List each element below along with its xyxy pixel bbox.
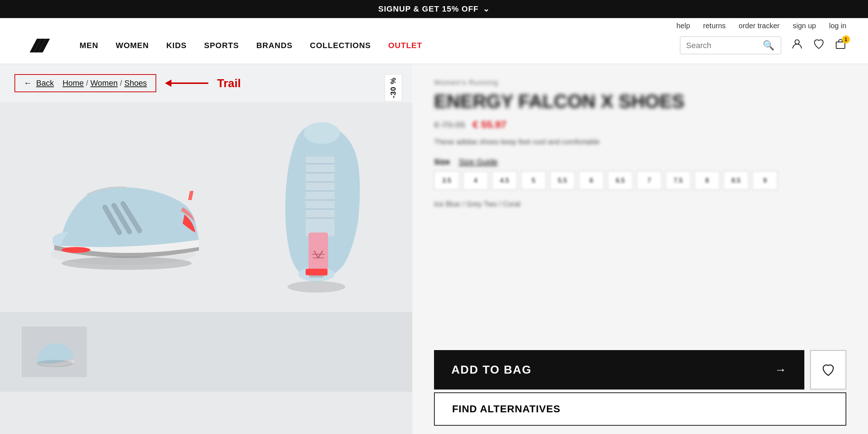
svg-rect-13 [306, 157, 335, 236]
add-to-bag-arrow-icon: → [775, 363, 787, 376]
back-arrow-icon: ← [24, 78, 32, 88]
shoe-top-image: adifoam comfort [246, 120, 383, 287]
top-banner: SIGNUP & GET 15% OFF ⌄ [0, 0, 868, 18]
order-tracker-link[interactable]: order tracker [739, 22, 779, 30]
banner-text: SIGNUP & GET 15% OFF [378, 4, 479, 14]
nav-outlet[interactable]: OUTLET [388, 41, 422, 50]
page-body: ← Back Home / Women / Shoes Trail [0, 64, 868, 434]
color-label: Ice Blue / Grey Two / Coral [434, 200, 846, 208]
size-btn-9[interactable]: 9 [752, 171, 778, 190]
wishlist-button[interactable] [810, 350, 846, 390]
add-to-bag-row: ADD TO BAG → [434, 350, 846, 390]
svg-marker-7 [165, 80, 171, 87]
search-input[interactable] [686, 41, 758, 50]
size-grid: 3.5 4 4.5 5 5.5 6 6.5 7 7.5 8 8.5 9 [434, 171, 846, 190]
header-actions: 🔍 1 [680, 37, 846, 54]
product-description: These adidas shoes keep feet cool and co… [434, 136, 846, 147]
shoe-thumbnail[interactable] [22, 327, 87, 377]
nav-brands[interactable]: BRANDS [256, 41, 293, 50]
returns-link[interactable]: returns [703, 22, 726, 30]
banner-chevron: ⌄ [483, 4, 490, 14]
wishlist-icon-button[interactable] [813, 38, 825, 53]
utility-nav: help returns order tracker sign up log i… [0, 18, 868, 34]
breadcrumb-women[interactable]: Women [90, 78, 118, 88]
shoes-display: adifoam comfort [0, 102, 412, 312]
cart-badge: 1 [842, 35, 850, 43]
size-btn-5[interactable]: 5 [521, 171, 546, 190]
discount-badge: -30 % [384, 74, 402, 101]
svg-point-27 [288, 281, 345, 293]
main-navigation: MEN WOMEN KIDS SPORTS BRANDS COLLECTIONS… [80, 41, 680, 50]
sale-price: € 55.97 [473, 119, 506, 131]
nav-women[interactable]: WOMEN [116, 41, 149, 50]
original-price: € 79.95 [434, 119, 465, 131]
breadcrumb-box: ← Back Home / Women / Shoes [14, 74, 156, 92]
shoe-side-image [29, 120, 217, 287]
main-header: MEN WOMEN KIDS SPORTS BRANDS COLLECTIONS… [0, 34, 868, 64]
size-btn-8-5[interactable]: 8.5 [723, 171, 749, 190]
nav-men[interactable]: MEN [80, 41, 98, 50]
trail-label: Trail [217, 77, 241, 90]
breadcrumb-shoes[interactable]: Shoes [124, 78, 147, 88]
price-row: € 79.95 € 55.97 [434, 119, 846, 131]
svg-point-12 [304, 122, 340, 144]
add-to-bag-label: ADD TO BAG [451, 363, 532, 376]
size-btn-8[interactable]: 8 [694, 171, 720, 190]
account-icon-button[interactable] [791, 38, 803, 53]
product-panel: Women's Running ENERGY FALCON X SHOES € … [412, 64, 868, 434]
breadcrumb-back-link[interactable]: Back [36, 78, 54, 88]
adidas-logo[interactable] [22, 34, 51, 57]
trail-arrow-icon [165, 76, 208, 90]
size-btn-6-5[interactable]: 6.5 [608, 171, 633, 190]
size-btn-3-5[interactable]: 3.5 [434, 171, 459, 190]
size-btn-7-5[interactable]: 7.5 [665, 171, 691, 190]
product-subtitle: Women's Running [434, 78, 846, 87]
size-btn-6[interactable]: 6 [579, 171, 604, 190]
size-btn-4-5[interactable]: 4.5 [492, 171, 517, 190]
size-btn-4[interactable]: 4 [463, 171, 488, 190]
product-title: ENERGY FALCON X SHOES [434, 91, 846, 112]
add-to-bag-button[interactable]: ADD TO BAG → [434, 350, 804, 390]
sign-up-link[interactable]: sign up [793, 22, 816, 30]
bottom-thumbnails [0, 312, 412, 392]
svg-rect-26 [306, 269, 327, 275]
nav-sports[interactable]: SPORTS [204, 41, 239, 50]
svg-point-28 [37, 360, 73, 367]
find-alternatives-button[interactable]: FIND ALTERNATIVES [434, 392, 846, 426]
help-link[interactable]: help [676, 22, 690, 30]
log-in-link[interactable]: log in [829, 22, 846, 30]
product-images-panel: ← Back Home / Women / Shoes Trail [0, 64, 412, 434]
svg-point-9 [61, 247, 90, 253]
size-guide-link[interactable]: Size Guide [459, 157, 498, 166]
breadcrumb-home[interactable]: Home [63, 78, 84, 88]
size-section-label: Size Size Guide [434, 157, 846, 167]
search-box[interactable]: 🔍 [680, 37, 781, 54]
nav-collections[interactable]: COLLECTIONS [310, 41, 371, 50]
cart-icon-button[interactable]: 1 [835, 38, 846, 53]
svg-point-4 [795, 40, 799, 44]
search-icon[interactable]: 🔍 [763, 40, 774, 51]
size-btn-5-5[interactable]: 5.5 [550, 171, 575, 190]
size-btn-7[interactable]: 7 [637, 171, 662, 190]
breadcrumb-home-link-wrap: Home / Women / Shoes [63, 78, 147, 88]
breadcrumb-bar: ← Back Home / Women / Shoes Trail [0, 64, 412, 102]
svg-point-10 [61, 257, 192, 270]
nav-kids[interactable]: KIDS [166, 41, 187, 50]
